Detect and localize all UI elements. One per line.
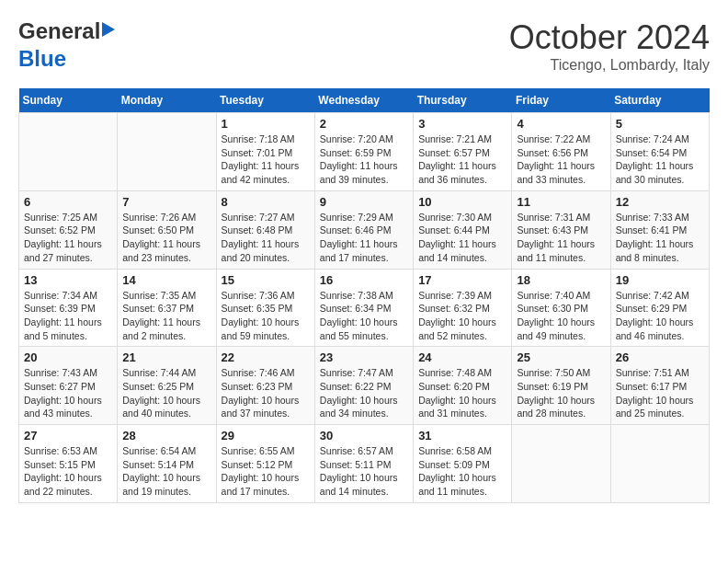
calendar-header-sunday: Sunday [19,88,118,113]
calendar-header-wednesday: Wednesday [314,88,413,113]
calendar-cell: 17Sunrise: 7:39 AMSunset: 6:32 PMDayligh… [414,269,512,347]
day-detail: Sunrise: 7:39 AMSunset: 6:32 PMDaylight:… [418,289,506,343]
day-number: 15 [222,273,310,287]
day-number: 8 [222,195,310,209]
calendar-cell: 20Sunrise: 7:43 AMSunset: 6:27 PMDayligh… [19,347,118,425]
day-number: 18 [517,273,605,287]
day-number: 31 [418,429,506,442]
calendar-cell: 3Sunrise: 7:21 AMSunset: 6:57 PMDaylight… [414,113,512,191]
day-detail: Sunrise: 7:24 AMSunset: 6:54 PMDaylight:… [616,132,704,187]
day-number: 30 [320,429,408,442]
calendar-week-2: 6Sunrise: 7:25 AMSunset: 6:52 PMDaylight… [19,190,710,269]
calendar-cell: 12Sunrise: 7:33 AMSunset: 6:41 PMDayligh… [610,190,709,269]
day-number: 24 [418,350,506,364]
calendar-cell [610,425,709,503]
calendar-cell: 24Sunrise: 7:48 AMSunset: 6:20 PMDayligh… [414,347,512,425]
logo: General Blue [18,18,100,72]
day-number: 16 [320,273,408,287]
day-number: 12 [616,195,704,209]
calendar-cell: 31Sunrise: 6:58 AMSunset: 5:09 PMDayligh… [414,425,512,503]
calendar-cell: 2Sunrise: 7:20 AMSunset: 6:59 PMDaylight… [314,113,413,191]
day-detail: Sunrise: 7:35 AMSunset: 6:37 PMDaylight:… [122,289,210,343]
calendar-cell [19,113,118,191]
calendar-cell [512,425,610,503]
calendar-header-monday: Monday [118,88,216,113]
day-detail: Sunrise: 7:30 AMSunset: 6:44 PMDaylight:… [418,211,506,265]
calendar-cell: 9Sunrise: 7:29 AMSunset: 6:46 PMDaylight… [314,190,413,269]
day-number: 10 [418,195,506,209]
calendar-week-4: 20Sunrise: 7:43 AMSunset: 6:27 PMDayligh… [19,347,710,425]
day-number: 21 [122,350,210,364]
day-number: 29 [222,429,310,442]
calendar-cell: 5Sunrise: 7:24 AMSunset: 6:54 PMDaylight… [610,113,709,191]
day-number: 22 [222,350,310,364]
calendar-header-friday: Friday [512,88,610,113]
calendar-cell: 30Sunrise: 6:57 AMSunset: 5:11 PMDayligh… [314,425,413,503]
calendar-header-tuesday: Tuesday [216,88,314,113]
page-header: General Blue October 2024 Ticengo, Lomba… [18,18,710,74]
title-block: October 2024 Ticengo, Lombardy, Italy [509,18,710,74]
calendar-week-3: 13Sunrise: 7:34 AMSunset: 6:39 PMDayligh… [19,269,710,347]
day-number: 4 [517,117,605,131]
day-detail: Sunrise: 7:48 AMSunset: 6:20 PMDaylight:… [418,366,506,420]
calendar-table: SundayMondayTuesdayWednesdayThursdayFrid… [18,88,710,503]
calendar-header-row: SundayMondayTuesdayWednesdayThursdayFrid… [19,88,710,113]
calendar-cell: 7Sunrise: 7:26 AMSunset: 6:50 PMDaylight… [118,190,216,269]
day-detail: Sunrise: 7:20 AMSunset: 6:59 PMDaylight:… [320,132,408,187]
calendar-cell: 22Sunrise: 7:46 AMSunset: 6:23 PMDayligh… [216,347,314,425]
day-detail: Sunrise: 7:38 AMSunset: 6:34 PMDaylight:… [320,289,408,343]
day-number: 28 [122,429,210,442]
day-detail: Sunrise: 7:33 AMSunset: 6:41 PMDaylight:… [616,211,704,265]
calendar-cell: 27Sunrise: 6:53 AMSunset: 5:15 PMDayligh… [19,425,118,503]
day-detail: Sunrise: 7:40 AMSunset: 6:30 PMDaylight:… [517,289,605,343]
day-number: 27 [24,429,112,442]
day-detail: Sunrise: 7:50 AMSunset: 6:19 PMDaylight:… [517,366,605,420]
day-detail: Sunrise: 7:43 AMSunset: 6:27 PMDaylight:… [24,366,112,420]
day-number: 5 [616,117,704,131]
day-number: 11 [517,195,605,209]
calendar-cell: 4Sunrise: 7:22 AMSunset: 6:56 PMDaylight… [512,113,610,191]
month-title: October 2024 [509,18,710,57]
day-detail: Sunrise: 7:44 AMSunset: 6:25 PMDaylight:… [122,366,210,420]
day-detail: Sunrise: 7:27 AMSunset: 6:48 PMDaylight:… [222,211,310,265]
calendar-cell: 18Sunrise: 7:40 AMSunset: 6:30 PMDayligh… [512,269,610,347]
calendar-cell [118,113,216,191]
calendar-week-1: 1Sunrise: 7:18 AMSunset: 7:01 PMDaylight… [19,113,710,191]
day-number: 25 [517,350,605,364]
day-detail: Sunrise: 6:54 AMSunset: 5:14 PMDaylight:… [122,444,210,499]
day-detail: Sunrise: 6:55 AMSunset: 5:12 PMDaylight:… [222,444,310,499]
location: Ticengo, Lombardy, Italy [509,57,710,74]
logo-blue: Blue [18,46,66,71]
day-detail: Sunrise: 6:57 AMSunset: 5:11 PMDaylight:… [320,444,408,499]
day-number: 13 [24,273,112,287]
calendar-cell: 23Sunrise: 7:47 AMSunset: 6:22 PMDayligh… [314,347,413,425]
calendar-cell: 19Sunrise: 7:42 AMSunset: 6:29 PMDayligh… [610,269,709,347]
day-detail: Sunrise: 6:58 AMSunset: 5:09 PMDaylight:… [418,444,506,499]
calendar-cell: 15Sunrise: 7:36 AMSunset: 6:35 PMDayligh… [216,269,314,347]
calendar-cell: 13Sunrise: 7:34 AMSunset: 6:39 PMDayligh… [19,269,118,347]
day-number: 7 [122,195,210,209]
day-detail: Sunrise: 7:42 AMSunset: 6:29 PMDaylight:… [616,289,704,343]
calendar-cell: 11Sunrise: 7:31 AMSunset: 6:43 PMDayligh… [512,190,610,269]
calendar-cell: 14Sunrise: 7:35 AMSunset: 6:37 PMDayligh… [118,269,216,347]
calendar-cell: 16Sunrise: 7:38 AMSunset: 6:34 PMDayligh… [314,269,413,347]
day-number: 3 [418,117,506,131]
day-detail: Sunrise: 6:53 AMSunset: 5:15 PMDaylight:… [24,444,112,499]
day-detail: Sunrise: 7:26 AMSunset: 6:50 PMDaylight:… [122,211,210,265]
logo-arrow-icon [102,22,115,37]
calendar-cell: 28Sunrise: 6:54 AMSunset: 5:14 PMDayligh… [118,425,216,503]
day-number: 9 [320,195,408,209]
day-number: 23 [320,350,408,364]
day-detail: Sunrise: 7:46 AMSunset: 6:23 PMDaylight:… [222,366,310,420]
calendar-cell: 10Sunrise: 7:30 AMSunset: 6:44 PMDayligh… [414,190,512,269]
calendar-cell: 25Sunrise: 7:50 AMSunset: 6:19 PMDayligh… [512,347,610,425]
day-number: 26 [616,350,704,364]
day-detail: Sunrise: 7:18 AMSunset: 7:01 PMDaylight:… [222,132,310,187]
day-detail: Sunrise: 7:25 AMSunset: 6:52 PMDaylight:… [24,211,112,265]
calendar-cell: 1Sunrise: 7:18 AMSunset: 7:01 PMDaylight… [216,113,314,191]
day-number: 1 [222,117,310,131]
day-number: 20 [24,350,112,364]
day-detail: Sunrise: 7:51 AMSunset: 6:17 PMDaylight:… [616,366,704,420]
calendar-cell: 29Sunrise: 6:55 AMSunset: 5:12 PMDayligh… [216,425,314,503]
calendar-week-5: 27Sunrise: 6:53 AMSunset: 5:15 PMDayligh… [19,425,710,503]
